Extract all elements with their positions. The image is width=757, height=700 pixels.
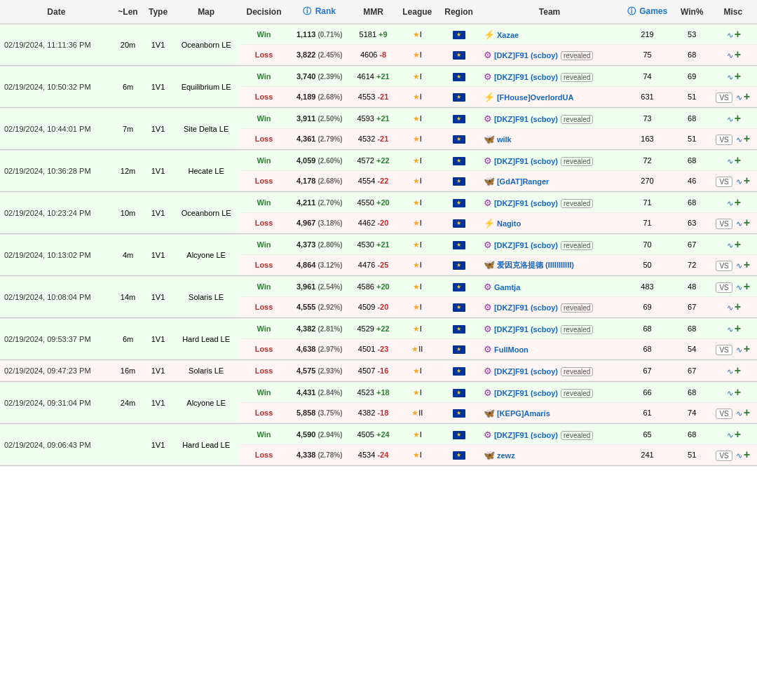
col-games[interactable]: ⓘ Games [620,0,675,24]
graph-button[interactable]: ∿ [736,261,742,270]
cell-team: ⚙ [DKZ]F91 (scboy)revealed [479,45,620,65]
plus-button[interactable]: + [744,90,750,103]
graph-button[interactable]: ∿ [736,219,742,228]
graph-button[interactable]: ∿ [727,389,733,398]
plus-button[interactable]: + [744,406,750,419]
graph-button[interactable]: ∿ [727,31,733,40]
cell-len: 16m [113,361,144,381]
graph-button[interactable]: ∿ [727,241,733,250]
row-separator [0,465,757,467]
vs-button[interactable]: VS [716,282,732,293]
vs-button[interactable]: VS [716,219,732,229]
vs-button[interactable]: VS [716,409,732,419]
team-name[interactable]: [DKZ]F91 (scboy) [494,115,558,123]
team-name[interactable]: [DKZ]F91 (scboy) [494,51,558,60]
team-name[interactable]: [DKZ]F91 (scboy) [494,325,558,334]
team-name[interactable]: zewz [497,451,515,460]
cell-team: ⚙ [DKZ]F91 (scboy)revealed [479,193,620,213]
graph-button[interactable]: ∿ [736,93,742,102]
plus-button[interactable]: + [744,132,750,145]
col-winpct: Win% [675,0,709,24]
graph-button[interactable]: ∿ [727,431,733,440]
graph-button[interactable]: ∿ [736,451,742,460]
team-name[interactable]: Gamtja [494,283,520,291]
graph-button[interactable]: ∿ [727,157,733,166]
cell-decision: Win [240,319,289,339]
plus-button[interactable]: + [744,280,750,293]
team-name[interactable]: [DKZ]F91 (scboy) [494,431,558,439]
graph-button[interactable]: ∿ [727,51,733,60]
cell-mmr: 4523 +18 [350,383,396,403]
graph-button[interactable]: ∿ [727,199,733,208]
vs-button[interactable]: VS [716,451,732,461]
team-name[interactable]: wilk [497,135,512,144]
team-name[interactable]: [KEPG]Amaris [497,409,550,418]
cell-mmr: 4554 -22 [350,171,396,191]
team-name[interactable]: FullMoon [494,345,528,354]
cell-winpct: 67 [675,235,709,255]
team-name[interactable]: [DKZ]F91 (scboy) [494,303,558,312]
graph-button[interactable]: ∿ [736,283,742,292]
cell-type: 1V1 [143,151,172,191]
vs-button[interactable]: VS [716,177,732,187]
graph-button[interactable]: ∿ [727,73,733,82]
team-name[interactable]: Xazae [497,31,519,39]
vs-button[interactable]: VS [716,92,732,103]
cell-decision: Loss [240,361,289,381]
plus-button[interactable]: + [735,301,741,313]
plus-button[interactable]: + [735,70,741,83]
graph-button[interactable]: ∿ [736,177,742,186]
cell-mmr: 4553 -21 [350,87,396,107]
cell-len: 6m [113,67,144,107]
plus-button[interactable]: + [735,428,741,441]
vs-button[interactable]: VS [716,345,732,355]
plus-button[interactable]: + [744,217,750,229]
cell-winpct: 67 [675,297,709,317]
cell-winpct: 51 [675,445,709,465]
cell-rank: 4,211 (2.70%) [288,193,350,213]
cell-team: ⚙ FullMoon [479,339,620,359]
graph-button[interactable]: ∿ [736,409,742,418]
plus-button[interactable]: + [735,48,741,61]
plus-button[interactable]: + [744,448,750,461]
team-name[interactable]: [DKZ]F91 (scboy) [494,199,558,207]
graph-button[interactable]: ∿ [736,135,742,144]
plus-button[interactable]: + [735,364,741,377]
col-rank[interactable]: ⓘ Rank [288,0,350,24]
cell-league: ★I [396,445,438,465]
team-name[interactable]: Nagito [497,219,521,228]
graph-button[interactable]: ∿ [727,325,733,334]
cell-league: ★I [396,383,438,403]
cell-winpct: 68 [675,151,709,171]
plus-button[interactable]: + [735,238,741,251]
vs-button[interactable]: VS [716,261,732,271]
cell-map: Hard Lead LE [173,425,240,465]
plus-button[interactable]: + [744,174,750,187]
plus-button[interactable]: + [744,343,750,355]
graph-button[interactable]: ∿ [727,303,733,313]
plus-button[interactable]: + [735,112,741,125]
plus-button[interactable]: + [735,322,741,335]
cell-type: 1V1 [143,319,172,359]
team-name[interactable]: [DKZ]F91 (scboy) [494,241,558,249]
plus-button[interactable]: + [744,259,750,271]
col-len: ~Len [113,0,144,24]
plus-button[interactable]: + [735,196,741,209]
vs-button[interactable]: VS [716,135,732,145]
graph-button[interactable]: ∿ [736,345,742,355]
team-name[interactable]: [DKZ]F91 (scboy) [494,157,558,165]
team-name[interactable]: [DKZ]F91 (scboy) [494,389,558,397]
team-name[interactable]: [DKZ]F91 (scboy) [494,73,558,81]
cell-team: ⚙ [DKZ]F91 (scboy)revealed [479,383,620,403]
cell-decision: Loss [240,445,289,465]
team-name[interactable]: 爱因克洛提德 (IIIIIIIIIII) [497,261,574,269]
team-name[interactable]: [FHouse]OverlordUA [497,93,573,102]
table-row: 02/19/2024, 10:44:01 PM7m1V1Site Delta L… [0,109,757,129]
team-name[interactable]: [GdAT]Ranger [497,177,549,186]
team-name[interactable]: [DKZ]F91 (scboy) [494,367,558,376]
graph-button[interactable]: ∿ [727,115,733,124]
plus-button[interactable]: + [735,386,741,399]
plus-button[interactable]: + [735,154,741,167]
graph-button[interactable]: ∿ [727,367,733,376]
plus-button[interactable]: + [735,28,741,41]
